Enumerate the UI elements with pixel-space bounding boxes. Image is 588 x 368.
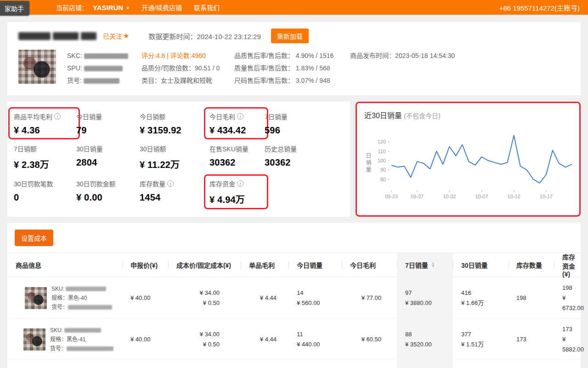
sku-thumbnail bbox=[23, 328, 45, 351]
stock-fund-cell: 173¥ 5882.00 bbox=[554, 319, 584, 360]
today-profit-cell: ¥ 27.50 bbox=[342, 360, 397, 368]
cost-cell: ¥ 34.00¥ 0.50 bbox=[168, 360, 241, 368]
info-icon[interactable]: i bbox=[167, 180, 174, 187]
redacted-text bbox=[66, 287, 106, 291]
sku-spec: 规格：黑色-40 bbox=[51, 293, 112, 303]
aftersale-column: 品质售后率/售后数： 4.90% / 1516 质量售后率/售后数： 1.83%… bbox=[234, 50, 348, 87]
sku-spec: 规格：黑色-41 bbox=[50, 335, 113, 344]
sales-chart-card: 近30日销量 (不包含今日) 日销量 120110100908009-2309-… bbox=[356, 102, 581, 217]
shop-name: YASIRUN bbox=[93, 4, 123, 12]
today-sales-cell: 11¥ 440.00 bbox=[288, 319, 342, 360]
today-sales-cell: 14¥ 560.00 bbox=[288, 277, 342, 318]
column-header-stock-fund: 库存资金(¥) bbox=[554, 253, 581, 277]
stat-30day-sales: 30日销量 2804 bbox=[76, 144, 140, 172]
product-summary-card: 已关注 ★ 数据更新时间：2024-10-22 23:12:29 重新加载 SK… bbox=[7, 22, 581, 95]
product-title-row: 已关注 ★ 数据更新时间：2024-10-22 23:12:29 重新加载 bbox=[18, 29, 570, 43]
quality-score-line: 品质分/罚款倍数：90.51 / 0 bbox=[141, 62, 232, 75]
stock-qty-cell: 198 bbox=[508, 277, 554, 318]
svg-text:10-17: 10-17 bbox=[540, 194, 553, 199]
svg-text:80: 80 bbox=[380, 177, 386, 182]
column-header-declare-price: 申报价(¥) bbox=[122, 253, 168, 277]
svg-text:09-23: 09-23 bbox=[385, 194, 398, 199]
stat-today-amount: 今日销额 ¥ 3159.92 bbox=[140, 112, 209, 138]
info-icon[interactable]: i bbox=[237, 113, 243, 120]
unit-profit-cell: ¥ 4.44 bbox=[241, 360, 288, 368]
redacted-text bbox=[18, 32, 51, 40]
star-icon: ★ bbox=[123, 32, 129, 40]
table-row: SKU 9 规格：黑色-39 货号：YSRAL3303_Black ¥ 40.0… bbox=[7, 360, 581, 368]
aftersale-quality-line: 品质售后率/售后数： 4.90% / 1516 bbox=[234, 50, 348, 62]
stat-today-sales: 今日销量 79 bbox=[76, 112, 140, 138]
today-profit-cell: ¥ 77.00 bbox=[342, 277, 397, 318]
today-profit-cell: ¥ 60.50 bbox=[342, 319, 397, 360]
info-icon[interactable]: i bbox=[237, 180, 243, 187]
product-cell: SKU: 规格：黑色-40 货号： bbox=[7, 277, 122, 318]
table-row: SKU: 规格：黑色-40 货号： ¥ 40.00 ¥ 34.00¥ 0.50 … bbox=[7, 277, 581, 319]
renew-shop-link[interactable]: 开通/续费店铺 bbox=[141, 3, 182, 12]
column-header-7day-sales[interactable]: 7日销量 ▲▼ bbox=[397, 253, 453, 277]
product-rating-column: 评分:4.8 | 评论数:4960 品质分/罚款倍数：90.51 / 0 类目：… bbox=[141, 50, 232, 87]
stock-fund-cell: 174¥ 5916.00 bbox=[554, 360, 584, 368]
stat-empty bbox=[265, 179, 350, 207]
redacted-text bbox=[68, 305, 112, 310]
publish-time-column: 商品发布时间：2023-05-18 14:54:30 bbox=[350, 50, 455, 87]
stat-30day-penalty-amount: 30日罚款金额 ¥ 0.00 bbox=[76, 179, 140, 207]
column-header-today-profit: 今日毛利 bbox=[342, 253, 397, 277]
stat-today-profit: 今日毛利i ¥ 434.42 bbox=[209, 112, 265, 138]
chevron-down-icon: ∨ bbox=[126, 5, 130, 11]
follow-badge[interactable]: 已关注 ★ bbox=[103, 31, 129, 40]
aftersale-size-line: 尺码售后率/售后数： 3.07% / 948 bbox=[234, 75, 348, 87]
stock-fund-cell: 198¥ 6732.00 bbox=[554, 277, 584, 318]
reload-button[interactable]: 重新加载 bbox=[271, 29, 309, 43]
product-codes-column: SKC: SPU: 货号: bbox=[67, 50, 136, 87]
chart-title: 近30日销量 bbox=[364, 112, 402, 120]
assistant-badge[interactable]: 家助手 bbox=[0, 1, 29, 16]
chart-subtitle: (不包含今日) bbox=[404, 112, 440, 120]
svg-text:120: 120 bbox=[378, 139, 386, 144]
unit-profit-cell: ¥ 4.44 bbox=[241, 319, 288, 360]
declare-price-cell: ¥ 40.00 bbox=[122, 277, 168, 318]
shop-selector[interactable]: YASIRUN ∨ bbox=[93, 4, 130, 12]
redacted-text bbox=[64, 328, 101, 333]
set-cost-button[interactable]: 设置成本 bbox=[15, 230, 53, 246]
30day-sales-cell: 371¥ 1.48万 bbox=[453, 360, 508, 368]
product-info-row: SKC: SPU: 货号: 评分:4.8 | 评论数:4960 品质分/罚款倍数… bbox=[18, 50, 570, 87]
stat-history-total-sales: 历史总销量 30362 bbox=[265, 144, 350, 172]
contact-us-link[interactable]: 联系我们 bbox=[194, 3, 220, 12]
current-shop-label: 当前店铺： bbox=[56, 3, 88, 12]
product-cell: SKU: 规格：黑色-41 货号： bbox=[7, 319, 122, 360]
stat-avg-profit: 商品平均毛利i ¥ 4.36 bbox=[14, 112, 76, 138]
info-icon[interactable]: i bbox=[54, 113, 61, 120]
stat-30day-amount: 30日销额 ¥ 11.22万 bbox=[140, 144, 209, 172]
publish-time-line: 商品发布时间：2023-05-18 14:54:30 bbox=[350, 50, 455, 62]
cost-cell: ¥ 34.00¥ 0.50 bbox=[168, 319, 241, 360]
column-header-cost: 成本价/固定成本(¥) bbox=[168, 253, 241, 277]
svg-text:90: 90 bbox=[380, 167, 386, 172]
svg-text:09-27: 09-27 bbox=[411, 194, 424, 199]
table-header-row: 商品信息 申报价(¥) 成本价/固定成本(¥) 单品毛利 今日销量 今日毛利 7… bbox=[7, 253, 581, 277]
stat-30day-penalty-count: 30日罚款笔数 0 bbox=[14, 179, 76, 207]
product-cell: SKU 9 规格：黑色-39 货号：YSRAL3303_Black bbox=[7, 360, 122, 368]
aftersale-material-line: 质量售后率/售后数： 1.83% / 568 bbox=[234, 62, 348, 75]
top-nav: 当前店铺： YASIRUN ∨ 开通/续费店铺 联系我们 bbox=[56, 3, 220, 12]
cost-cell: ¥ 34.00¥ 0.50 bbox=[168, 277, 241, 318]
rating-line: 评分:4.8 | 评论数:4960 bbox=[141, 50, 232, 62]
30day-sales-cell: 377¥ 1.51万 bbox=[453, 319, 508, 360]
data-update-time: 数据更新时间：2024-10-22 23:12:29 bbox=[148, 31, 260, 41]
stock-qty-cell: 173 bbox=[508, 319, 554, 360]
7day-sales-cell: 88¥ 3520.00 bbox=[397, 319, 453, 360]
stat-7day-sales: 7日销量 596 bbox=[265, 112, 350, 138]
svg-text:10-07: 10-07 bbox=[475, 194, 488, 199]
sku-thumbnail bbox=[25, 287, 47, 309]
category-line: 类目：女士及踝靴和短靴 bbox=[141, 75, 232, 87]
redacted-text bbox=[84, 53, 128, 59]
column-header-today-sales: 今日销量 bbox=[288, 253, 342, 277]
7day-sales-cell: 97¥ 3880.00 bbox=[397, 277, 453, 318]
svg-text:100: 100 bbox=[378, 158, 386, 163]
product-title-redacted bbox=[18, 32, 96, 40]
sort-icon[interactable]: ▲▼ bbox=[431, 262, 435, 268]
7day-sales-cell: 86¥ 3440.00 bbox=[397, 360, 453, 368]
sales-line-chart: 120110100908009-2309-2710-0210-0710-1210… bbox=[373, 124, 573, 201]
stats-section: 商品平均毛利i ¥ 4.36 今日销量 79 今日销额 ¥ 3159.92 今日… bbox=[7, 102, 581, 217]
redacted-text bbox=[84, 66, 123, 71]
